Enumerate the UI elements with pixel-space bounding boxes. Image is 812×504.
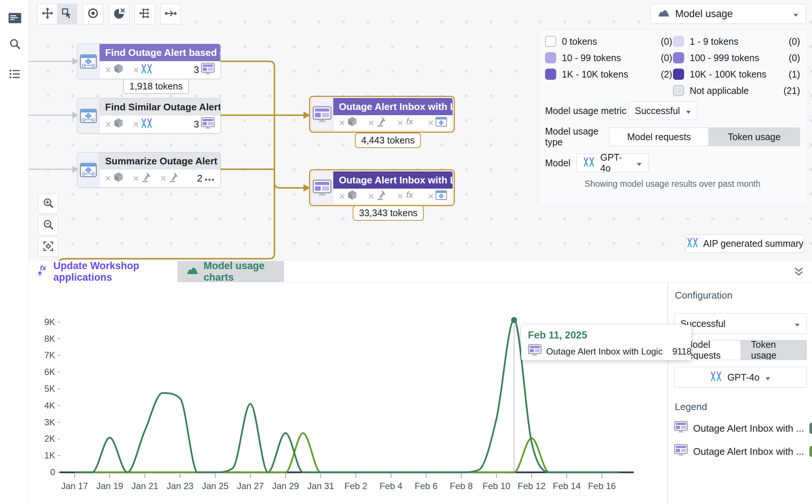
- fx-up-icon: fx: [37, 264, 48, 280]
- legend-bucket-1-9-tokens[interactable]: 1 - 9 tokens (0): [673, 36, 800, 47]
- node-outage-inbox-1[interactable]: Outage Alert Inbox with Lo... fx: [309, 96, 455, 133]
- tooltip-series: Outage Alert Inbox with Logic: [546, 346, 662, 357]
- token-badge: 1,918 tokens: [123, 79, 189, 94]
- remove-icon[interactable]: [339, 117, 345, 129]
- legend-bucket-0-tokens[interactable]: 0 tokens (0): [545, 36, 672, 47]
- usage-line-chart[interactable]: 01K2K3K4K5K6K7K8K9KJan 17Jan 19Jan 21Jan…: [28, 282, 667, 504]
- bucket-swatch: [545, 36, 556, 47]
- remove-icon[interactable]: [368, 190, 374, 202]
- svg-text:Feb 14: Feb 14: [553, 481, 581, 491]
- object-cube-icon[interactable]: [347, 189, 358, 203]
- model-icon[interactable]: [141, 63, 153, 77]
- remove-icon[interactable]: [133, 119, 139, 130]
- bottom-panel: fx Update Workshop applications Model us…: [28, 261, 812, 504]
- legend-bucket-10-99-tokens[interactable]: 10 - 99 tokens (0): [545, 52, 672, 63]
- node-summarize-alert[interactable]: Summarize Outage Alert In... 2: [77, 152, 221, 188]
- model-requests-button[interactable]: Model requests: [610, 128, 708, 146]
- object-cube-icon[interactable]: [347, 116, 358, 130]
- bucket-swatch: [545, 52, 556, 63]
- chart-token-usage-button[interactable]: Token usage: [740, 340, 807, 360]
- token-usage-button[interactable]: Token usage: [708, 128, 800, 146]
- view-mode-dropdown[interactable]: Model usage: [651, 4, 806, 24]
- type-label: Model usage type: [545, 126, 609, 148]
- object-cube-icon[interactable]: [113, 63, 124, 77]
- svg-text:Feb 4: Feb 4: [380, 481, 402, 491]
- search-icon[interactable]: [8, 37, 22, 51]
- logic-window-icon[interactable]: [435, 117, 447, 129]
- remove-icon[interactable]: [397, 190, 403, 202]
- svg-text:6K: 6K: [44, 367, 55, 377]
- gpt4o-model-icon: [710, 371, 722, 384]
- legend-bucket-not-applicable[interactable]: Not applicable (21): [673, 85, 800, 96]
- edit-pen-icon[interactable]: [141, 172, 152, 185]
- node-outage-inbox-2[interactable]: Outage Alert Inbox with Lo... fx: [309, 169, 455, 206]
- view-mode-label: Model usage: [675, 8, 787, 20]
- legend-bucket-1k-10k-tokens[interactable]: 1K - 10K tokens (2): [545, 69, 672, 80]
- remove-icon[interactable]: [339, 190, 345, 202]
- app-count: 3: [194, 119, 199, 130]
- object-cube-icon[interactable]: [113, 117, 124, 131]
- remove-icon[interactable]: [428, 190, 434, 202]
- aip-generated-summary-button[interactable]: AIP generated summary: [685, 234, 805, 253]
- edit-pen-icon[interactable]: [168, 172, 179, 185]
- edit-pen-icon[interactable]: [376, 190, 387, 203]
- svg-text:3K: 3K: [44, 417, 55, 427]
- edit-pen-icon[interactable]: [376, 117, 387, 129]
- legend-bucket-10k-100k-tokens[interactable]: 10K - 100K tokens (1): [673, 69, 800, 80]
- svg-text:5K: 5K: [44, 384, 55, 394]
- move-icon: [42, 7, 53, 21]
- node-find-outage-alert[interactable]: Find Outage Alert based o... 3: [77, 44, 221, 79]
- zoom-out-button[interactable]: [38, 215, 58, 235]
- node-find-similar-alerts[interactable]: Find Similar Outage Alerts 3: [77, 98, 221, 133]
- remove-icon[interactable]: [105, 119, 111, 130]
- remove-icon[interactable]: [133, 173, 139, 184]
- more-icon[interactable]: [204, 173, 215, 184]
- chart-model-select[interactable]: GPT-4o: [674, 367, 807, 388]
- legend-bucket-100-999-tokens[interactable]: 100 - 999 tokens (0): [673, 52, 800, 63]
- panel-card-icon[interactable]: [8, 11, 22, 25]
- target-tool-button[interactable]: [83, 4, 103, 24]
- model-icon[interactable]: [141, 118, 153, 131]
- fit-to-screen-button[interactable]: [38, 237, 58, 257]
- remove-icon[interactable]: [105, 173, 111, 184]
- select-tool-button[interactable]: [57, 4, 77, 24]
- function-fx-icon[interactable]: fx: [405, 190, 418, 203]
- remove-icon[interactable]: [133, 64, 139, 76]
- svg-text:Feb 2: Feb 2: [344, 481, 367, 491]
- remove-icon[interactable]: [105, 64, 111, 76]
- logic-window-icon[interactable]: [435, 190, 447, 203]
- metric-select[interactable]: Successful: [629, 101, 697, 120]
- svg-text:Feb 16: Feb 16: [588, 481, 616, 491]
- chart-legend-item[interactable]: Outage Alert Inbox with ...: [674, 421, 806, 436]
- bucket-swatch: [545, 69, 556, 80]
- svg-text:9K: 9K: [44, 317, 55, 327]
- logic-app-icon: [78, 44, 100, 79]
- connect-tool-button[interactable]: [160, 4, 181, 24]
- object-cube-icon[interactable]: [113, 171, 124, 185]
- hierarchy-layout-button[interactable]: [135, 4, 155, 24]
- series-color-swatch: [809, 423, 812, 434]
- list-icon[interactable]: [8, 67, 22, 81]
- app-window: Model usage 0 tokens (0) 1 - 9 tokens (0…: [0, 0, 812, 504]
- svg-text:fx: fx: [406, 190, 414, 200]
- collapse-panel-button[interactable]: [794, 267, 804, 278]
- workshop-monitor-icon: [528, 344, 542, 359]
- remove-icon[interactable]: [397, 117, 403, 129]
- chart-legend-item[interactable]: Outage Alert Inbox with ...: [674, 444, 806, 459]
- series-color-swatch: [809, 446, 812, 457]
- pie-clear-tool-button[interactable]: [109, 4, 129, 24]
- remove-icon[interactable]: [368, 117, 374, 129]
- left-sidebar: [0, 0, 29, 504]
- tab-model-usage-charts[interactable]: Model usage charts: [177, 261, 284, 282]
- remove-icon[interactable]: [160, 173, 167, 184]
- model-select[interactable]: GPT-4o: [576, 154, 649, 172]
- zoom-out-icon: [43, 219, 54, 232]
- chevron-down-icon: [685, 105, 692, 116]
- chart-metric-select[interactable]: Successful: [674, 313, 807, 334]
- tab-update-workshop-applications[interactable]: fx Update Workshop applications: [28, 261, 177, 282]
- zoom-in-button[interactable]: [38, 193, 58, 214]
- pan-tool-button[interactable]: [37, 4, 58, 24]
- remove-icon[interactable]: [428, 117, 434, 129]
- logic-app-icon: [78, 152, 100, 187]
- function-fx-icon[interactable]: fx: [405, 117, 418, 129]
